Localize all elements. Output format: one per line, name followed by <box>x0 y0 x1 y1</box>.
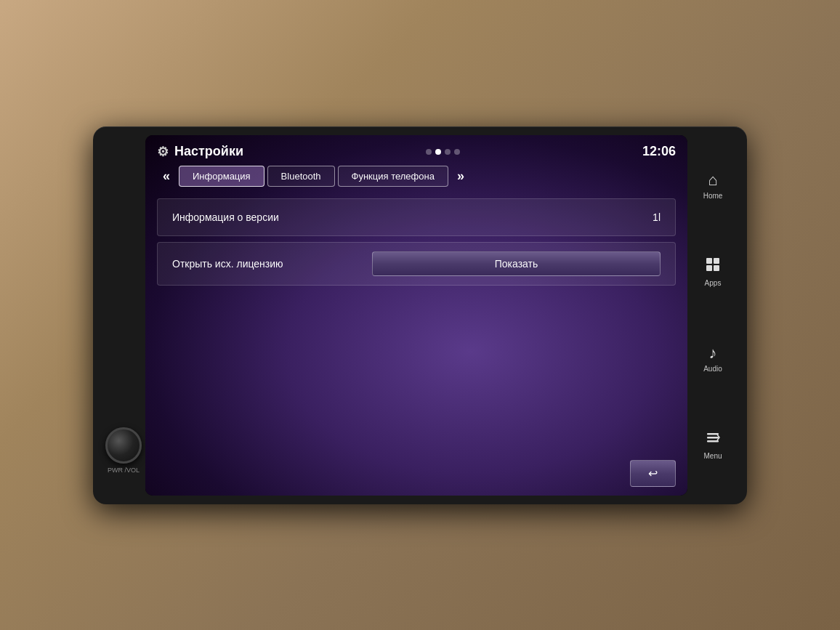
pwr-vol-label: PWR /VOL <box>108 467 140 474</box>
svg-rect-4 <box>707 433 719 435</box>
left-knob-area: PWR /VOL <box>102 135 145 496</box>
menu-button[interactable]: Menu <box>703 429 722 460</box>
audio-label: Audio <box>703 365 722 373</box>
tab-bar: « Информация Bluetooth Функция телефона … <box>157 166 676 187</box>
menu-label: Menu <box>703 452 722 460</box>
home-label: Home <box>703 192 723 200</box>
audio-button[interactable]: ♪ Audio <box>703 344 722 373</box>
version-value: 1l <box>653 211 661 223</box>
home-button[interactable]: ⌂ Home <box>703 171 723 200</box>
header-title-area: ⚙ Настройки <box>157 144 243 160</box>
car-infotainment-unit: PWR /VOL ⚙ Настройки 12:06 <box>93 126 747 504</box>
dot-3 <box>445 149 451 155</box>
svg-rect-5 <box>707 437 719 439</box>
page-title: Настройки <box>174 144 243 159</box>
apps-icon <box>705 257 721 277</box>
svg-rect-2 <box>706 265 712 271</box>
tab-information[interactable]: Информация <box>179 166 264 187</box>
screen-content: ⚙ Настройки 12:06 « Информация Blu <box>145 135 687 496</box>
apps-button[interactable]: Apps <box>705 257 722 287</box>
header-bar: ⚙ Настройки 12:06 <box>157 144 676 160</box>
audio-icon: ♪ <box>708 344 716 363</box>
settings-gear-icon: ⚙ <box>157 144 169 160</box>
back-icon: ↩ <box>648 467 658 480</box>
pwr-vol-knob[interactable] <box>105 427 142 464</box>
show-license-button[interactable]: Показать <box>372 251 661 276</box>
dot-1 <box>426 149 432 155</box>
content-area: Информация о версии 1l Открыть исх. лице… <box>157 198 676 453</box>
tab-bluetooth[interactable]: Bluetooth <box>267 166 335 187</box>
version-label: Информация о версии <box>172 211 653 223</box>
home-icon: ⌂ <box>708 171 717 190</box>
page-dots <box>426 149 460 155</box>
dot-4 <box>454 149 460 155</box>
prev-arrow[interactable]: « <box>157 166 176 187</box>
apps-label: Apps <box>705 279 722 287</box>
svg-rect-6 <box>707 440 719 443</box>
svg-rect-0 <box>706 258 712 264</box>
version-info-row: Информация о версии 1l <box>157 198 676 236</box>
tab-phone-function[interactable]: Функция телефона <box>338 166 448 187</box>
svg-rect-3 <box>714 265 719 271</box>
screen: ⚙ Настройки 12:06 « Информация Blu <box>145 135 687 496</box>
menu-icon <box>705 429 721 450</box>
dot-2 <box>435 149 441 155</box>
back-button[interactable]: ↩ <box>630 460 676 487</box>
footer-bar: ↩ <box>157 460 676 487</box>
right-sidebar: ⌂ Home Apps ♪ Audio <box>687 135 738 496</box>
svg-rect-1 <box>714 258 719 264</box>
license-row: Открыть исх. лицензию Показать <box>157 242 676 286</box>
license-label: Открыть исх. лицензию <box>172 258 372 270</box>
next-arrow[interactable]: » <box>451 166 470 187</box>
clock: 12:06 <box>642 144 676 159</box>
